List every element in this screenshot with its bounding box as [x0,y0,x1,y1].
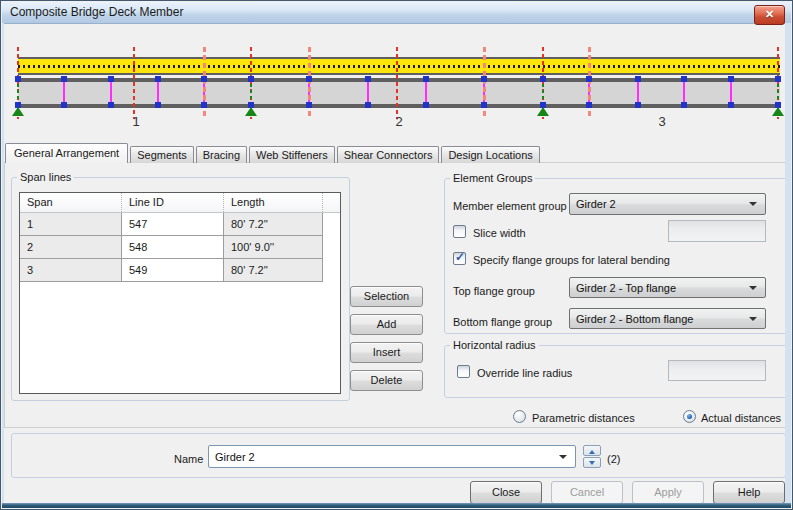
top-flange-group-value: Girder 2 - Top flange [576,278,676,297]
help-button[interactable]: Help [713,481,785,504]
close-icon: ✕ [765,8,774,20]
node-marker [306,76,312,82]
override-line-radius-checkbox[interactable] [457,365,470,378]
web-stiffener-line [110,82,112,104]
spinner-up-icon [589,450,595,454]
title-bar: Composite Bridge Deck Member ✕ [2,2,791,24]
close-button[interactable]: Close [470,481,542,504]
specify-flange-groups-checkbox[interactable]: ✓ [453,252,466,265]
member-element-group-combo[interactable]: Girder 2 [569,193,766,215]
bottom-flange-group-label: Bottom flange group [453,315,552,329]
span-lines-table[interactable]: SpanLine IDLength154780' 7.2''2548100' 9… [19,192,341,394]
window-frame-bottom [2,503,791,508]
close-button[interactable]: ✕ [754,5,785,25]
column-header-line-id[interactable]: Line ID [122,193,224,212]
tab-segments[interactable]: Segments [130,146,194,163]
node-marker [306,102,312,108]
element-groups-group-label: Element Groups [450,172,535,185]
node-marker [61,102,67,108]
node-marker [481,76,487,82]
dropdown-arrow-icon [749,202,757,206]
web-stiffener-line [683,82,685,104]
brace-location-line [483,47,486,119]
apply-button[interactable]: Apply [632,481,704,504]
cell-line-id[interactable]: 549 [122,259,224,282]
radio-label-actual-distances: Actual distances [701,411,781,425]
support-icon [537,107,549,116]
table-row: 154780' 7.2'' [20,213,340,236]
brace-location-line [308,47,311,119]
dropdown-arrow-icon [749,317,757,321]
midspan-cut-line [133,47,135,119]
node-marker [201,102,207,108]
tab-design-locations[interactable]: Design Locations [441,146,539,163]
tab-bracing[interactable]: Bracing [196,146,247,163]
slice-width-checkbox[interactable] [453,225,466,238]
top-flange-group-combo[interactable]: Girder 2 - Top flange [569,277,766,298]
brace-location-line [203,47,206,119]
support-icon [245,107,257,116]
node-marker [775,76,781,82]
radio-actual-distances[interactable] [683,410,696,423]
radio-parametric-distances[interactable] [513,410,526,423]
tab-shear-connectors[interactable]: Shear Connectors [337,146,440,163]
radio-label-parametric-distances: Parametric distances [532,411,635,425]
cell-span[interactable]: 3 [20,259,122,282]
member-element-group-value: Girder 2 [576,194,616,214]
insert-button[interactable]: Insert [350,342,423,363]
tab-web-stiffeners[interactable]: Web Stiffeners [249,146,335,163]
span-number-label: 2 [389,114,409,129]
cell-span[interactable]: 2 [20,236,122,259]
slice-width-label: Slice width [473,226,526,240]
column-header-span[interactable]: Span [20,193,122,212]
window-frame-left [2,23,4,503]
cell-span[interactable]: 1 [20,213,122,236]
window-frame-right [785,23,791,503]
radio-dot-icon [687,414,692,419]
node-marker [155,76,161,82]
name-value: Girder 2 [215,446,255,467]
slice-width-input[interactable] [668,220,766,242]
top-flange-group-label: Top flange group [453,284,535,298]
node-marker [635,76,641,82]
tab-bar: General ArrangementSegmentsBracingWeb St… [5,143,540,163]
node-marker [540,76,546,82]
table-row: 354980' 7.2'' [20,259,340,282]
cell-length[interactable]: 80' 7.2'' [224,259,323,282]
member-element-group-label: Member element group [453,199,567,213]
cell-length[interactable]: 80' 7.2'' [224,213,323,236]
node-marker [481,102,487,108]
name-combo[interactable]: Girder 2 [208,445,576,468]
node-marker [681,102,687,108]
table-header-row: SpanLine IDLength [20,193,340,213]
node-marker [365,102,371,108]
node-marker [681,76,687,82]
web-stiffener-line [637,82,639,104]
node-marker [61,76,67,82]
support-icon [772,107,784,116]
add-button[interactable]: Add [350,314,423,335]
check-icon: ✓ [455,250,465,264]
delete-button[interactable]: Delete [350,370,423,391]
span-lines-group-label: Span lines [17,171,74,184]
spinner-up-button[interactable] [583,445,601,456]
tab-general-arrangement[interactable]: General Arrangement [5,143,128,163]
name-count: (2) [607,452,620,466]
column-header-length[interactable]: Length [224,193,323,212]
cell-length[interactable]: 100' 9.0'' [224,236,323,259]
table-row: 2548100' 9.0'' [20,236,340,259]
spinner-down-button[interactable] [583,457,601,468]
node-marker [728,102,734,108]
brace-location-line [588,47,591,119]
cancel-button[interactable]: Cancel [551,481,623,504]
node-marker [365,76,371,82]
bottom-flange-group-combo[interactable]: Girder 2 - Bottom flange [569,308,766,329]
span-number-label: 1 [126,114,146,129]
node-marker [108,76,114,82]
cell-line-id[interactable]: 547 [122,213,224,236]
node-marker [108,102,114,108]
cell-line-id[interactable]: 548 [122,236,224,259]
specify-flange-groups-label: Specify flange groups for lateral bendin… [473,253,670,267]
override-line-radius-input[interactable] [668,360,766,381]
selection-button[interactable]: Selection [350,286,423,307]
